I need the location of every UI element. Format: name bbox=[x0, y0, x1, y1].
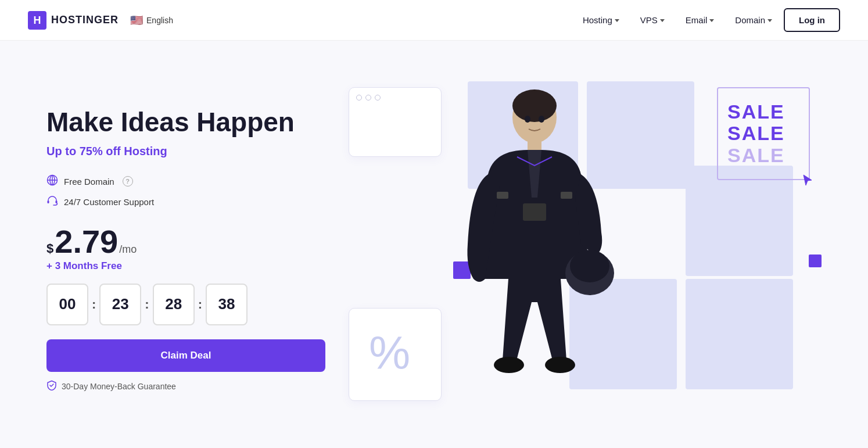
hero-title: Make Ideas Happen bbox=[46, 107, 325, 138]
flag-icon: 🇺🇸 bbox=[130, 14, 143, 27]
browser-dots bbox=[356, 95, 434, 101]
language-selector[interactable]: 🇺🇸 English bbox=[130, 14, 173, 27]
shield-icon bbox=[46, 380, 57, 393]
browser-dot-2 bbox=[365, 95, 371, 101]
feature-support: 24/7 Customer Support bbox=[46, 195, 325, 209]
main-content: Make Ideas Happen Up to 75% off Hosting … bbox=[0, 41, 868, 447]
svg-point-21 bbox=[539, 116, 544, 123]
sale-word-1: SALE bbox=[727, 101, 785, 123]
feature-free-domain: Free Domain ? bbox=[46, 174, 325, 189]
svg-rect-19 bbox=[523, 203, 546, 221]
price-section: $ 2.79 /mo + 3 Months Free bbox=[46, 225, 325, 272]
navbar-nav: Hosting VPS Email Domain Log in bbox=[573, 8, 840, 32]
countdown-seconds: 28 bbox=[153, 284, 195, 325]
chevron-down-icon bbox=[767, 19, 772, 22]
svg-point-16 bbox=[545, 357, 575, 373]
bg-tile-5 bbox=[686, 166, 793, 276]
svg-rect-12 bbox=[528, 138, 541, 150]
chevron-down-icon bbox=[709, 19, 714, 22]
svg-text:H: H bbox=[34, 15, 41, 26]
language-label: English bbox=[146, 16, 173, 25]
countdown-sep-1: : bbox=[92, 297, 96, 312]
logo-text: HOSTINGER bbox=[51, 14, 119, 26]
hero-subtitle: Up to 75% off Hosting bbox=[46, 145, 325, 158]
browser-dot-3 bbox=[375, 95, 381, 101]
price-line: $ 2.79 /mo bbox=[46, 225, 325, 258]
percent-icon: % bbox=[363, 322, 427, 386]
browser-dot-1 bbox=[356, 95, 362, 101]
claim-deal-button[interactable]: Claim Deal bbox=[46, 339, 325, 372]
svg-rect-7 bbox=[56, 200, 58, 203]
guarantee-label: 30-Day Money-Back Guarantee bbox=[62, 382, 176, 391]
svg-point-14 bbox=[570, 250, 609, 282]
login-button[interactable]: Log in bbox=[784, 8, 840, 32]
countdown-minutes: 23 bbox=[99, 284, 141, 325]
svg-rect-17 bbox=[497, 192, 508, 199]
person-svg bbox=[442, 81, 627, 418]
navbar: H HOSTINGER 🇺🇸 English Hosting VPS Email… bbox=[0, 0, 868, 41]
nav-email[interactable]: Email bbox=[676, 10, 724, 30]
sale-card: SALE SALE SALE bbox=[717, 87, 810, 180]
globe-icon bbox=[46, 174, 58, 189]
logo-icon: H bbox=[28, 11, 46, 30]
svg-text:%: % bbox=[369, 327, 410, 379]
features-list: Free Domain ? 24/7 Customer Support bbox=[46, 174, 325, 209]
chevron-down-icon bbox=[615, 19, 619, 22]
nav-vps[interactable]: VPS bbox=[631, 10, 674, 30]
hero-left: Make Ideas Happen Up to 75% off Hosting … bbox=[46, 107, 325, 393]
free-domain-label: Free Domain bbox=[64, 177, 114, 187]
sale-word-2: SALE bbox=[727, 123, 785, 144]
countdown-timer: 00 : 23 : 28 : 38 bbox=[46, 284, 325, 325]
headset-icon bbox=[46, 195, 58, 209]
price-bonus: + 3 Months Free bbox=[46, 260, 325, 272]
percent-card: % bbox=[349, 308, 442, 401]
help-icon[interactable]: ? bbox=[123, 176, 133, 187]
svg-rect-18 bbox=[561, 192, 572, 199]
navbar-left: H HOSTINGER 🇺🇸 English bbox=[28, 11, 173, 30]
cursor-icon bbox=[802, 174, 813, 189]
bg-tile-4 bbox=[686, 279, 793, 389]
svg-point-11 bbox=[512, 89, 557, 122]
hero-person-figure bbox=[442, 81, 627, 418]
price-dollar: $ bbox=[46, 241, 53, 256]
sale-word-3: SALE bbox=[727, 145, 785, 166]
hero-right: % SALE SALE SALE bbox=[349, 81, 822, 418]
browser-card bbox=[349, 87, 442, 157]
svg-point-20 bbox=[525, 116, 530, 123]
countdown-hours: 00 bbox=[46, 284, 88, 325]
countdown-frames: 38 bbox=[206, 284, 248, 325]
guarantee-text: 30-Day Money-Back Guarantee bbox=[46, 380, 325, 393]
accent-square-3 bbox=[809, 255, 822, 267]
chevron-down-icon bbox=[660, 19, 665, 22]
nav-hosting[interactable]: Hosting bbox=[573, 10, 629, 30]
svg-point-15 bbox=[494, 357, 524, 373]
price-amount: 2.79 bbox=[55, 225, 118, 258]
price-mo: /mo bbox=[119, 243, 137, 256]
logo[interactable]: H HOSTINGER bbox=[28, 11, 119, 30]
svg-rect-6 bbox=[48, 200, 49, 203]
nav-domain[interactable]: Domain bbox=[726, 10, 781, 30]
countdown-sep-3: : bbox=[198, 297, 202, 312]
countdown-sep-2: : bbox=[145, 297, 149, 312]
support-label: 24/7 Customer Support bbox=[64, 197, 154, 207]
